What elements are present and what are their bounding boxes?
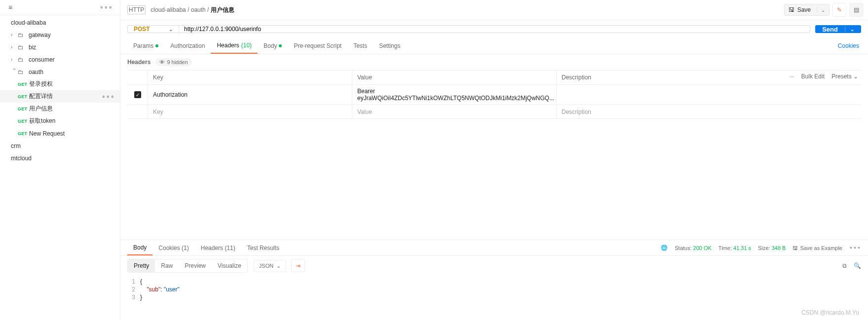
tab-pre-request[interactable]: Pre-request Script bbox=[288, 38, 347, 53]
globe-icon[interactable]: 🌐 bbox=[661, 245, 668, 251]
request-label: 获取token bbox=[29, 117, 55, 125]
more-icon[interactable]: ··· bbox=[790, 73, 794, 80]
view-preview[interactable]: Preview bbox=[179, 259, 212, 272]
filter-icon[interactable]: ≡ bbox=[4, 3, 17, 11]
crumb[interactable]: cloud-alibaba bbox=[151, 6, 186, 13]
collection-label: crm bbox=[11, 143, 21, 149]
save-as-example[interactable]: 🖫Save as Example bbox=[793, 245, 842, 251]
chevron-right-icon: › bbox=[11, 44, 18, 50]
save-icon: 🖫 bbox=[793, 245, 798, 251]
resp-tab-body[interactable]: Body bbox=[127, 240, 152, 255]
line-wrap-button[interactable]: ⇥ bbox=[291, 259, 305, 272]
method-badge: GET bbox=[18, 107, 27, 111]
headers-bar: Headers 👁 9 hidden bbox=[120, 54, 868, 70]
method-value: POST bbox=[134, 26, 150, 33]
cookies-link[interactable]: Cookies bbox=[838, 42, 861, 49]
row-checkbox[interactable]: ✓ bbox=[134, 91, 141, 98]
sidebar-more-icon[interactable]: ∘∘∘ bbox=[97, 4, 116, 11]
folder-icon: 🗀 bbox=[18, 32, 26, 38]
request-config-detail[interactable]: GET 配置详情 ∘∘∘ bbox=[0, 90, 120, 103]
breadcrumb: cloud-alibaba / oauth / 用户信息 bbox=[151, 6, 234, 14]
row-more-icon[interactable]: ∘∘∘ bbox=[102, 93, 120, 100]
method-badge: GET bbox=[18, 94, 27, 99]
folder-oauth[interactable]: › 🗀 oauth bbox=[0, 66, 120, 78]
method-badge: GET bbox=[18, 119, 27, 124]
method-badge: GET bbox=[18, 131, 27, 136]
response-body[interactable]: 123 { "sub": "user" } bbox=[120, 276, 868, 321]
collection-crm[interactable]: crm bbox=[0, 140, 120, 152]
view-bar: Pretty Raw Preview Visualize JSON ⌄ ⇥ ⧉ … bbox=[120, 256, 868, 276]
view-raw[interactable]: Raw bbox=[155, 259, 179, 272]
url-input[interactable] bbox=[179, 26, 810, 33]
tab-settings[interactable]: Settings bbox=[373, 38, 406, 53]
resp-tab-cookies[interactable]: Cookies (1) bbox=[152, 241, 194, 255]
cell-key[interactable]: Authorization bbox=[148, 85, 352, 105]
tab-headers[interactable]: Headers (10) bbox=[211, 38, 258, 54]
chevron-down-icon: › bbox=[12, 69, 17, 75]
tab-params[interactable]: Params bbox=[127, 38, 164, 53]
view-visualize[interactable]: Visualize bbox=[212, 259, 247, 272]
cell-value[interactable]: Bearer eyJraWQiOiI4ZDc5YTlwNi1kOWZhLTQ5N… bbox=[352, 85, 557, 105]
request-userinfo[interactable]: GET 用户信息 bbox=[0, 103, 120, 115]
headers-table: Key Value Description ✓ Authorization Be… bbox=[127, 70, 861, 119]
presets-dropdown[interactable]: Presets ⌄ bbox=[831, 73, 858, 80]
tab-tests[interactable]: Tests bbox=[347, 38, 373, 53]
resp-tab-test-results[interactable]: Test Results bbox=[241, 241, 285, 255]
hidden-label: 9 hidden bbox=[167, 59, 188, 65]
chevron-down-icon[interactable]: ⌄ bbox=[817, 7, 825, 13]
watermark: CSDN @ricardo.M.Yu bbox=[801, 309, 859, 316]
hidden-toggle[interactable]: 👁 9 hidden bbox=[155, 58, 191, 66]
format-select[interactable]: JSON ⌄ bbox=[254, 260, 286, 272]
dot-indicator-icon bbox=[155, 44, 158, 47]
cell-description-placeholder[interactable]: Description bbox=[557, 105, 861, 118]
table-row-empty[interactable]: Key Value Description bbox=[127, 105, 861, 118]
collection-cloud-alibaba[interactable]: cloud-alibaba bbox=[0, 16, 120, 29]
collection-mtcloud[interactable]: mtcloud bbox=[0, 152, 120, 164]
table-row[interactable]: ✓ Authorization Bearer eyJraWQiOiI4ZDc5Y… bbox=[127, 84, 861, 105]
edit-button[interactable]: ✎ bbox=[832, 3, 846, 17]
copy-icon[interactable]: ⧉ bbox=[842, 262, 847, 269]
comment-icon: ▤ bbox=[854, 6, 859, 13]
cell-value-placeholder[interactable]: Value bbox=[352, 105, 557, 118]
http-icon: HTTP bbox=[127, 5, 146, 14]
folder-gateway[interactable]: › 🗀 gateway bbox=[0, 29, 120, 41]
code-source[interactable]: { "sub": "user" } bbox=[140, 278, 180, 301]
search-icon[interactable]: 🔍 bbox=[854, 262, 861, 269]
request-get-token[interactable]: GET 获取token bbox=[0, 115, 120, 127]
cell-key-placeholder[interactable]: Key bbox=[148, 105, 352, 118]
folder-icon: 🗀 bbox=[18, 56, 26, 63]
chevron-right-icon: › bbox=[11, 32, 18, 37]
dot-indicator-icon bbox=[279, 44, 282, 47]
response-more-icon[interactable]: ∘∘∘ bbox=[849, 245, 861, 251]
folder-consumer[interactable]: › 🗀 consumer bbox=[0, 53, 120, 66]
time-value: 41.31 s bbox=[733, 245, 751, 251]
folder-biz[interactable]: › 🗀 biz bbox=[0, 41, 120, 53]
filter-input[interactable] bbox=[17, 3, 97, 12]
request-new-request[interactable]: GET New Request bbox=[0, 127, 120, 140]
gutter: 123 bbox=[120, 278, 140, 301]
method-badge: GET bbox=[18, 82, 27, 87]
cell-description[interactable] bbox=[557, 85, 861, 105]
bulk-edit-link[interactable]: Bulk Edit bbox=[801, 73, 825, 80]
crumb[interactable]: oauth bbox=[191, 6, 206, 13]
view-pretty[interactable]: Pretty bbox=[128, 259, 155, 272]
save-icon: 🖫 bbox=[789, 6, 794, 13]
tab-authorization[interactable]: Authorization bbox=[164, 38, 211, 53]
tab-body[interactable]: Body bbox=[258, 38, 288, 53]
pencil-icon: ✎ bbox=[837, 6, 842, 13]
method-select[interactable]: POST ⌄ bbox=[128, 26, 179, 33]
main: HTTP cloud-alibaba / oauth / 用户信息 🖫 Save… bbox=[120, 0, 868, 321]
request-login-auth[interactable]: GET 登录授权 bbox=[0, 78, 120, 90]
folder-label: oauth bbox=[29, 69, 43, 75]
url-bar: POST ⌄ Send ⌄ bbox=[120, 20, 868, 38]
wrap-icon: ⇥ bbox=[296, 262, 301, 269]
folder-label: consumer bbox=[29, 56, 55, 63]
col-key: Key bbox=[148, 71, 352, 84]
comment-button[interactable]: ▤ bbox=[849, 3, 863, 17]
resp-tab-headers[interactable]: Headers (11) bbox=[195, 241, 241, 255]
size-value: 348 B bbox=[772, 245, 786, 251]
chevron-down-icon[interactable]: ⌄ bbox=[845, 27, 854, 32]
save-button[interactable]: 🖫 Save ⌄ bbox=[784, 4, 830, 16]
status-value: 200 OK bbox=[693, 245, 712, 251]
send-button[interactable]: Send ⌄ bbox=[815, 25, 861, 33]
